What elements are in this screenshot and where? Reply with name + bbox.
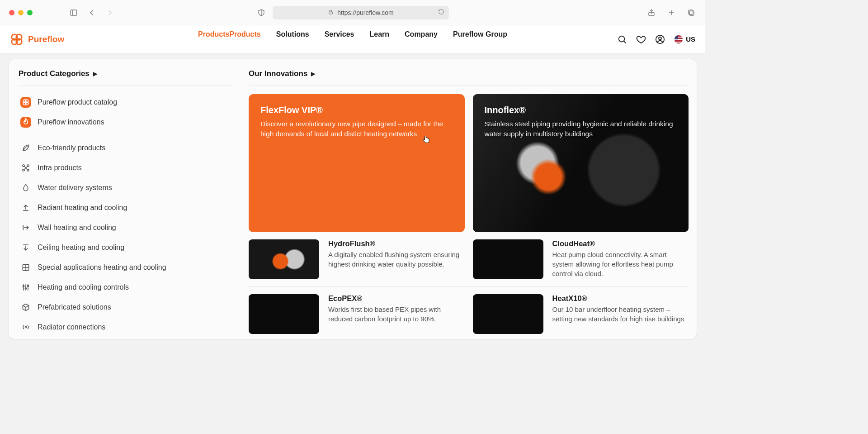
address-bar[interactable]: https://pureflow.com <box>273 6 449 19</box>
sidebar-toggle-icon[interactable] <box>69 8 79 17</box>
forward-button[interactable] <box>105 8 115 17</box>
cube-icon <box>20 302 31 313</box>
close-window-button[interactable] <box>9 10 14 15</box>
sidebar-item-label: Pureflow product catalog <box>38 98 117 106</box>
feature-card-desc: Stainless steel piping providing hygieni… <box>485 119 677 139</box>
mini-card-hydroflush[interactable]: HydroFlush® A digitally enabled flushing… <box>249 238 465 280</box>
svg-point-23 <box>27 169 29 171</box>
nav-services[interactable]: Services <box>325 30 354 48</box>
sidebar-item-controls[interactable]: Heating and cooling controls <box>19 278 232 296</box>
sidebar-item-label: Water delivery systems <box>38 184 112 192</box>
innovations-heading[interactable]: Our Innovations ▶ <box>249 69 689 78</box>
sidebar-item-label: Special applications heating and cooling <box>38 263 166 272</box>
mini-row: HydroFlush® A digitally enabled flushing… <box>249 238 689 280</box>
sidebar-item-prefab[interactable]: Prefabricated solutions <box>19 298 232 316</box>
svg-point-20 <box>23 165 24 167</box>
minimize-window-button[interactable] <box>18 10 24 15</box>
search-icon[interactable] <box>617 34 627 44</box>
sidebar-item-eco[interactable]: Eco-friendly products <box>19 139 232 157</box>
brand-logo-icon <box>10 33 24 46</box>
arrow-right-bar-icon <box>20 222 31 233</box>
mini-desc: Worlds first bio based PEX pipes with re… <box>328 305 465 324</box>
sidebar-item-special[interactable]: Special applications heating and cooling <box>19 258 232 277</box>
arrow-up-icon <box>20 202 31 213</box>
mini-card-cloudheat[interactable]: CloudHeat® Heat pump cloud connectivity.… <box>473 238 689 280</box>
nav-group[interactable]: Pureflow Group <box>453 30 507 48</box>
feature-cards-row: FlexFlow VIP® Discover a revolutionary n… <box>249 94 689 232</box>
nav-learn[interactable]: Learn <box>369 30 389 48</box>
sidebar-item-label: Eco-friendly products <box>38 144 105 152</box>
privacy-shield-icon[interactable] <box>256 8 266 17</box>
sidebar-item-label: Wall heating and cooling <box>38 224 116 232</box>
tabs-overview-icon[interactable] <box>686 8 696 17</box>
sidebar-item-catalog[interactable]: Pureflow product catalog <box>19 93 232 111</box>
nav-solutions[interactable]: Solutions <box>276 30 309 48</box>
url-text: https://pureflow.com <box>337 9 394 16</box>
innovations-label: Our Innovations <box>249 69 307 78</box>
sidebar-item-ceiling[interactable]: Ceiling heating and cooling <box>19 238 232 257</box>
mini-title: HeatX10® <box>552 294 689 303</box>
region-selector[interactable]: US <box>674 35 695 44</box>
sidebar-item-innovations[interactable]: Pureflow innovations <box>19 113 232 131</box>
drop-icon <box>20 182 31 193</box>
us-flag-icon <box>674 35 683 44</box>
sidebar-item-label: Infra products <box>38 164 82 172</box>
svg-rect-0 <box>71 10 77 15</box>
favorites-icon[interactable] <box>636 34 646 44</box>
mini-row: EcoPEX® Worlds first bio based PEX pipes… <box>249 293 689 335</box>
sidebar-item-label: Radiator connections <box>38 323 105 331</box>
svg-point-22 <box>23 169 24 171</box>
mini-thumb <box>249 239 319 279</box>
mini-desc: Our 10 bar underfloor heating system – s… <box>552 305 689 324</box>
sidebar-item-radiator[interactable]: Radiator connections <box>19 318 232 336</box>
divider <box>249 286 689 287</box>
divider <box>19 86 232 86</box>
flame-icon <box>20 117 31 128</box>
mini-cards: HydroFlush® A digitally enabled flushing… <box>249 238 689 335</box>
mini-thumb <box>249 294 319 334</box>
broadcast-icon <box>20 322 31 333</box>
feature-card-innoflex[interactable]: Innoflex® Stainless steel piping providi… <box>473 94 689 232</box>
svg-rect-6 <box>689 11 694 15</box>
sidebar-item-label: Pureflow innovations <box>38 118 104 126</box>
mini-desc: A digitally enabled flushing system ensu… <box>328 250 465 269</box>
svg-point-40 <box>25 326 26 328</box>
share-icon[interactable] <box>646 8 656 17</box>
maximize-window-button[interactable] <box>27 10 33 15</box>
sidebar-item-wall[interactable]: Wall heating and cooling <box>19 219 232 237</box>
categories-list: Eco-friendly products Infra products Wat… <box>19 139 232 339</box>
lock-icon <box>328 9 334 16</box>
products-mega-panel: Product Categories ▶ Pureflow product ca… <box>8 59 697 339</box>
brand[interactable]: Pureflow <box>10 33 64 46</box>
product-categories-heading[interactable]: Product Categories ▶ <box>19 69 232 78</box>
mini-text: EcoPEX® Worlds first bio based PEX pipes… <box>328 294 465 334</box>
svg-point-15 <box>659 37 661 39</box>
sidebar-item-label: Radiant heating and cooling <box>38 204 127 212</box>
mini-thumb <box>473 239 543 279</box>
sidebar-item-flexpipe[interactable]: Flexible pre-insulated piping FlexFlow <box>19 338 232 339</box>
new-tab-icon[interactable] <box>666 8 676 17</box>
catalog-icon <box>20 97 31 108</box>
mini-card-heatx10[interactable]: HeatX10® Our 10 bar underfloor heating s… <box>473 293 689 335</box>
feature-card-desc: Discover a revolutionary new pipe design… <box>260 119 453 139</box>
account-icon[interactable] <box>655 34 665 44</box>
mini-title: CloudHeat® <box>552 239 689 248</box>
browser-right <box>646 8 696 17</box>
nodes-icon <box>20 162 31 173</box>
nav-company[interactable]: Company <box>405 30 438 48</box>
sidebar-item-radiant[interactable]: Radiant heating and cooling <box>19 199 232 217</box>
product-categories-sidebar: Product Categories ▶ Pureflow product ca… <box>9 59 241 339</box>
feature-card-flexflow[interactable]: FlexFlow VIP® Discover a revolutionary n… <box>249 94 465 232</box>
mini-title: HydroFlush® <box>328 239 465 248</box>
back-button[interactable] <box>87 8 97 17</box>
svg-line-13 <box>624 41 626 43</box>
sidebar-item-infra[interactable]: Infra products <box>19 159 232 177</box>
pinned-categories: Pureflow product catalog Pureflow innova… <box>19 93 232 131</box>
mini-card-ecopex[interactable]: EcoPEX® Worlds first bio based PEX pipes… <box>249 293 465 335</box>
reload-icon[interactable] <box>438 9 444 16</box>
sidebar-item-water[interactable]: Water delivery systems <box>19 179 232 197</box>
nav-products[interactable]: ProductsProducts <box>198 30 261 48</box>
mini-title: EcoPEX® <box>328 294 465 303</box>
browser-chrome: https://pureflow.com <box>0 0 705 25</box>
svg-point-21 <box>27 165 29 167</box>
